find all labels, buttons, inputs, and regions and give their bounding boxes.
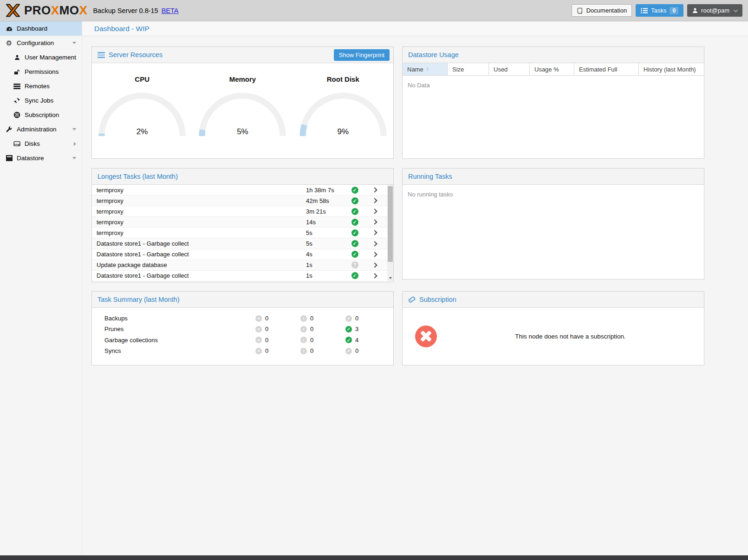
unknown-status-icon: ? [351, 261, 358, 268]
task-row[interactable]: Datastore store1 - Garbage collect5s✓ [92, 238, 387, 249]
chevron-right-icon[interactable] [372, 209, 377, 214]
summary-label: Backups [92, 315, 255, 322]
sort-up-icon: ↑ [426, 66, 429, 72]
sidebar-item-permissions[interactable]: Permissions [0, 65, 82, 79]
task-row[interactable]: termproxy1h 38m 7s✓ [92, 185, 387, 195]
task-name: termproxy [92, 219, 306, 226]
beta-link[interactable]: BETA [162, 7, 179, 14]
longest-tasks-list: termproxy1h 38m 7s✓termproxy42m 58s✓term… [92, 185, 393, 281]
sidebar-item-label: Dashboard [17, 25, 47, 32]
chevron-right-icon[interactable] [372, 230, 377, 235]
task-duration: 5s [306, 240, 348, 247]
sidebar-item-dashboard[interactable]: Dashboard [0, 21, 82, 36]
subscription-message: This node does not have a subscription. [437, 333, 704, 340]
ok-status-icon: ✓ [351, 187, 358, 194]
ok-count-icon: ✓ [345, 348, 352, 354]
task-duration: 3m 21s [306, 208, 348, 215]
scrollbar[interactable] [387, 185, 393, 281]
task-duration: 1h 38m 7s [306, 187, 348, 194]
chevron-right-icon[interactable] [372, 262, 377, 267]
ok-count-icon: ✓ [345, 315, 352, 322]
gauge-icon [5, 26, 13, 32]
sidebar-item-label: Remotes [25, 83, 50, 90]
warning-count-icon: ! [300, 337, 307, 343]
gauge-label: Root Disk [327, 75, 359, 83]
column-header-history-last-month-[interactable]: History (last Month) [639, 63, 704, 75]
subscription-panel: Subscription This node does not have a s… [402, 291, 704, 365]
task-row[interactable]: termproxy3m 21s✓ [92, 206, 387, 217]
no-subscription-icon [415, 326, 437, 347]
task-row[interactable]: termproxy42m 58s✓ [92, 195, 387, 206]
subscription-title: Subscription [419, 296, 456, 303]
scrollbar-thumb[interactable] [388, 186, 393, 262]
chevron-right-icon[interactable] [372, 273, 377, 278]
documentation-button[interactable]: Documentation [572, 4, 632, 17]
chevron-right-icon[interactable] [372, 187, 377, 192]
sidebar-item-label: Sync Jobs [25, 97, 53, 104]
scroll-down-button[interactable] [387, 275, 393, 281]
column-header-used[interactable]: Used [489, 63, 530, 75]
summary-row: Syncs×0!0✓0 [92, 345, 393, 356]
sidebar-item-disks[interactable]: Disks [0, 137, 82, 151]
show-fingerprint-button[interactable]: Show Fingerprint [334, 49, 390, 61]
task-name: Datastore store1 - Garbage collect [92, 251, 306, 258]
chevron-right-icon[interactable] [372, 198, 377, 203]
error-count-icon: × [255, 348, 262, 354]
sidebar-item-sync-jobs[interactable]: Sync Jobs [0, 93, 82, 108]
sidebar-item-remotes[interactable]: Remotes [0, 79, 82, 93]
sidebar-item-label: Configuration [17, 39, 54, 46]
gears-icon: ⚙ [5, 39, 13, 46]
tasks-button[interactable]: Tasks 0 [636, 4, 683, 17]
user-icon [13, 54, 21, 60]
task-duration: 1s [306, 261, 348, 268]
longest-tasks-title: Longest Tasks (last Month) [98, 173, 178, 180]
bottom-bar [0, 555, 748, 560]
ok-status-icon: ✓ [351, 208, 358, 215]
datastore-empty-text: No Data [403, 76, 704, 95]
ok-status-icon: ✓ [351, 240, 358, 247]
chevron-right-icon[interactable] [372, 252, 377, 257]
task-name: termproxy [92, 197, 306, 204]
datastore-table-header: Name↑SizeUsedUsage %Estimated FullHistor… [403, 63, 704, 76]
error-count: 0 [265, 315, 268, 322]
task-summary-panel: Task Summary (last Month) Backups×0!0✓0P… [91, 291, 394, 365]
ok-status-icon: ✓ [351, 272, 358, 279]
page-title: Dashboard - WIP [94, 25, 150, 33]
user-menu-button[interactable]: root@pam [687, 4, 742, 17]
sidebar-item-user-management[interactable]: User Management [0, 50, 82, 65]
column-header-estimated-full[interactable]: Estimated Full [574, 63, 639, 75]
sidebar-item-configuration[interactable]: ⚙Configuration [0, 36, 82, 50]
book-icon [577, 7, 583, 14]
sidebar-item-administration[interactable]: Administration [0, 122, 82, 137]
task-row[interactable]: termproxy5s✓ [92, 228, 387, 238]
gauge-cpu: CPU2% [92, 75, 192, 137]
chevron-right-icon[interactable] [372, 220, 377, 225]
chevron-down-icon [734, 7, 738, 12]
gauge-memory: Memory5% [192, 75, 293, 137]
task-name: Datastore store1 - Garbage collect [92, 272, 306, 279]
ok-count: 3 [355, 326, 358, 332]
chevron-right-icon[interactable] [372, 241, 377, 246]
ok-count: 4 [355, 337, 358, 344]
logo-text: PROXMOX [24, 3, 87, 18]
column-header-name[interactable]: Name↑ [403, 63, 448, 75]
sidebar-item-label: Datastore [17, 155, 44, 162]
column-header-size[interactable]: Size [448, 63, 489, 75]
sidebar-item-label: Administration [17, 126, 57, 133]
error-count: 0 [265, 337, 268, 344]
gauge-label: Memory [229, 75, 256, 83]
ok-count: 0 [355, 315, 358, 322]
task-row[interactable]: Datastore store1 - Garbage collect4s✓ [92, 249, 387, 260]
ok-status-icon: ✓ [351, 197, 358, 204]
disk-icon [13, 141, 21, 147]
top-header-bar: PROXMOX Backup Server 0.8-15 BETA Docume… [0, 0, 748, 21]
datastore-icon [5, 155, 13, 161]
task-row[interactable]: Datastore store1 - Garbage collect1s✓ [92, 271, 387, 281]
column-header-usage-[interactable]: Usage % [530, 63, 574, 75]
ok-count-icon: ✓ [345, 326, 352, 332]
sidebar-item-datastore[interactable]: Datastore [0, 151, 82, 165]
task-row[interactable]: termproxy14s✓ [92, 217, 387, 228]
proxmox-x-icon [5, 3, 21, 18]
sidebar-item-subscription[interactable]: Subscription [0, 108, 82, 122]
task-row[interactable]: Update package database1s? [92, 260, 387, 271]
